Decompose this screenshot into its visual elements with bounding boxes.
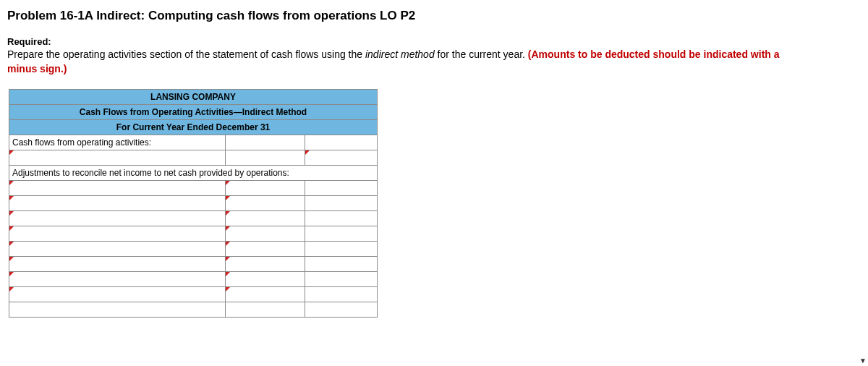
- section2-label: Adjustments to reconcile net income to n…: [9, 166, 378, 181]
- period-header: For Current Year Ended December 31: [9, 120, 378, 135]
- cell-c9: [305, 211, 378, 226]
- input-a14[interactable]: [9, 287, 226, 302]
- inst-italic: indirect method: [365, 48, 435, 60]
- input-a7[interactable]: [9, 181, 226, 196]
- cashflow-table: LANSING COMPANY Cash Flows from Operatin…: [9, 89, 378, 318]
- inst-part2: for the current year.: [435, 48, 528, 60]
- input-a13[interactable]: [9, 272, 226, 287]
- cell-c8: [305, 196, 378, 211]
- input-a8[interactable]: [9, 196, 226, 211]
- problem-title: Problem 16-1A Indirect: Computing cash f…: [7, 9, 861, 23]
- subtitle-header: Cash Flows from Operating Activities—Ind…: [9, 105, 378, 120]
- input-a11[interactable]: [9, 242, 226, 257]
- input-b11[interactable]: [226, 242, 305, 257]
- cell-c11: [305, 242, 378, 257]
- section1-label: Cash flows from operating activities:: [9, 135, 226, 150]
- input-a5[interactable]: [9, 150, 226, 166]
- input-b14[interactable]: [226, 287, 305, 302]
- cell-a15: [9, 302, 226, 318]
- cell-c7: [305, 181, 378, 196]
- cell-c15: [305, 302, 378, 318]
- input-a12[interactable]: [9, 257, 226, 272]
- cell-b5: [226, 150, 305, 166]
- cell-c13: [305, 272, 378, 287]
- cell-c14: [305, 287, 378, 302]
- input-a10[interactable]: [9, 226, 226, 242]
- input-c5[interactable]: [305, 150, 378, 166]
- input-a9[interactable]: [9, 211, 226, 226]
- input-b7[interactable]: [226, 181, 305, 196]
- cell-c12: [305, 257, 378, 272]
- instructions: Prepare the operating activities section…: [7, 48, 803, 76]
- required-label: Required:: [7, 36, 861, 47]
- inst-part1: Prepare the operating activities section…: [7, 48, 365, 60]
- input-b12[interactable]: [226, 257, 305, 272]
- company-header: LANSING COMPANY: [9, 90, 378, 105]
- input-b9[interactable]: [226, 211, 305, 226]
- cell-c4: [305, 135, 378, 150]
- input-b13[interactable]: [226, 272, 305, 287]
- cell-b4: [226, 135, 305, 150]
- cell-c10: [305, 226, 378, 242]
- input-b10[interactable]: [226, 226, 305, 242]
- input-b8[interactable]: [226, 196, 305, 211]
- cell-b15: [226, 302, 305, 318]
